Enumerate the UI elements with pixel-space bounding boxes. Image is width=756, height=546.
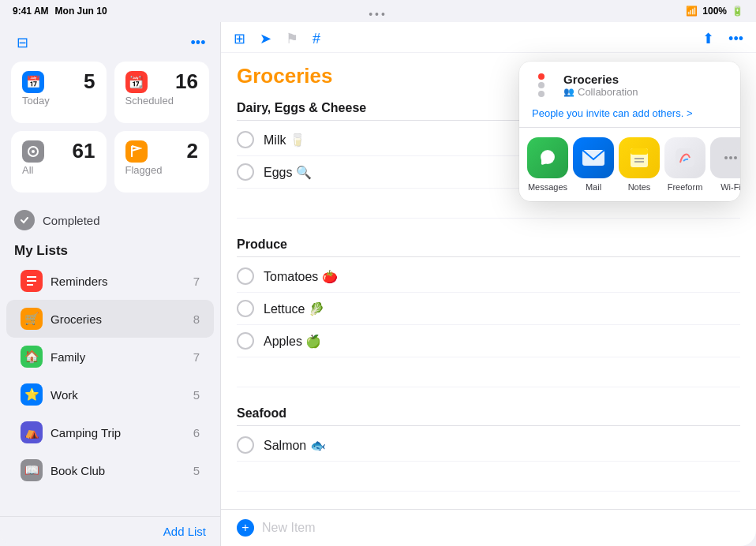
- main-toolbar: ⊞ ➤ ⚑ # ⬆ •••: [221, 22, 756, 53]
- eggs-label: Eggs 🔍: [264, 165, 312, 180]
- share-more[interactable]: Wi-Fi: [710, 137, 740, 192]
- sidebar-item-camping[interactable]: ⛺ Camping Trip 6: [6, 413, 214, 451]
- freeform-share-icon: [664, 137, 705, 178]
- today-icon: 📅: [22, 71, 44, 93]
- notes-share-icon: [619, 137, 660, 178]
- reminders-icon: [21, 270, 43, 292]
- svg-point-1: [32, 150, 35, 153]
- toolbar-grid-icon[interactable]: ⊞: [234, 30, 245, 47]
- top-dots-indicator: •••: [369, 8, 387, 21]
- toolbar-navigate-icon[interactable]: ➤: [260, 30, 271, 47]
- toolbar-flag-icon[interactable]: ⚑: [286, 30, 298, 47]
- section-bakery: Bakery ⌄ Croissants 🥐: [237, 503, 740, 509]
- popup-dot-red: [538, 73, 545, 80]
- share-messages[interactable]: Messages: [527, 137, 568, 192]
- sidebar-top-bar: ⊟ •••: [0, 28, 220, 62]
- milk-checkbox[interactable]: [237, 131, 254, 148]
- status-left: 9:41 AM Mon Jun 10: [13, 6, 107, 17]
- new-item-label: New Item: [262, 521, 316, 535]
- mail-share-label: Mail: [586, 182, 601, 192]
- camping-label: Camping Trip: [51, 426, 185, 439]
- flagged-count: 2: [187, 140, 198, 161]
- work-icon: ⭐: [21, 383, 43, 406]
- seafood-header: Seafood: [237, 398, 740, 426]
- completed-item[interactable]: Completed: [0, 202, 220, 238]
- popup-header: Groceries 👥 Collaboration: [519, 62, 740, 106]
- svg-point-14: [724, 156, 728, 159]
- new-item-plus-button[interactable]: +: [237, 519, 254, 537]
- groceries-icon: 🛒: [21, 308, 43, 330]
- smart-card-all[interactable]: 61 All: [11, 131, 107, 193]
- work-count: 5: [193, 388, 200, 402]
- popup-header-text: Groceries 👥 Collaboration: [563, 73, 638, 98]
- bakery-header-row: Bakery ⌄: [237, 503, 740, 509]
- reminders-label: Reminders: [51, 275, 185, 288]
- sidebar-toggle-button[interactable]: ⊟: [11, 32, 33, 54]
- toolbar-share-icon[interactable]: ⬆: [702, 30, 714, 47]
- sidebar-item-groceries[interactable]: 🛒 Groceries 8: [6, 300, 214, 338]
- smart-card-scheduled[interactable]: 📆 16 Scheduled: [114, 62, 210, 123]
- all-icon: [22, 140, 44, 163]
- all-label: All: [22, 164, 95, 176]
- smart-card-today[interactable]: 📅 5 Today: [11, 62, 107, 123]
- card-header-today: 📅 5: [22, 71, 95, 93]
- eggs-checkbox[interactable]: [237, 163, 254, 181]
- completed-circle-icon: [14, 210, 35, 230]
- family-count: 7: [193, 350, 200, 364]
- sidebar-item-reminders[interactable]: Reminders 7: [6, 262, 214, 300]
- apples-checkbox[interactable]: [237, 332, 254, 350]
- sidebar-more-button[interactable]: •••: [187, 32, 209, 54]
- todo-tomatoes: Tomatoes 🍅: [237, 260, 740, 293]
- lettuce-label: Lettuce 🥬: [264, 301, 324, 316]
- card-header-scheduled: 📆 16: [125, 71, 199, 93]
- smart-lists-grid: 📅 5 Today 📆 16 Scheduled: [0, 62, 220, 202]
- sidebar-item-bookclub[interactable]: 📖 Book Club 5: [6, 451, 214, 489]
- notes-share-label: Notes: [628, 182, 651, 192]
- app-container: ⊟ ••• 📅 5 Today 📆 16 Scheduled: [0, 22, 756, 546]
- battery-icon: 🔋: [732, 6, 743, 17]
- lettuce-checkbox[interactable]: [237, 300, 254, 317]
- produce-empty-row: [237, 357, 740, 387]
- svg-rect-9: [631, 148, 648, 155]
- seafood-empty-row: [237, 462, 740, 492]
- salmon-checkbox[interactable]: [237, 436, 254, 454]
- messages-share-icon: [527, 137, 568, 178]
- list-items-container: Reminders 7 🛒 Groceries 8 🏠 Family 7 ⭐ W…: [0, 262, 220, 516]
- flagged-icon: [125, 140, 148, 163]
- flagged-label: Flagged: [125, 164, 199, 176]
- battery-label: 100%: [702, 6, 727, 17]
- tomatoes-label: Tomatoes 🍅: [264, 269, 338, 284]
- invite-arrow-icon: >: [687, 107, 693, 119]
- svg-point-15: [729, 156, 732, 159]
- popup-dot-gray2: [538, 91, 545, 97]
- toolbar-more-icon[interactable]: •••: [728, 31, 743, 47]
- milk-label: Milk 🥛: [264, 133, 305, 148]
- share-notes[interactable]: Notes: [619, 137, 660, 192]
- section-seafood: Seafood Salmon 🐟: [237, 398, 740, 492]
- apples-label: Apples 🍏: [264, 334, 321, 349]
- toolbar-hash-icon[interactable]: #: [313, 31, 320, 47]
- camping-icon: ⛺: [21, 421, 43, 443]
- bookclub-count: 5: [193, 464, 200, 477]
- card-header-all: 61: [22, 140, 95, 163]
- groceries-count: 8: [193, 312, 200, 326]
- sidebar-item-family[interactable]: 🏠 Family 7: [6, 338, 214, 376]
- today-count: 5: [84, 71, 95, 92]
- toolbar-right-icons: ⬆ •••: [702, 30, 743, 47]
- tomatoes-checkbox[interactable]: [237, 267, 254, 285]
- groceries-label: Groceries: [51, 312, 185, 326]
- smart-card-flagged[interactable]: 2 Flagged: [114, 131, 210, 193]
- share-mail[interactable]: Mail: [573, 137, 614, 192]
- scheduled-icon: 📆: [125, 71, 148, 93]
- status-time: 9:41 AM: [13, 6, 49, 17]
- share-freeform[interactable]: Freeform: [664, 137, 705, 192]
- wifi-icon: 📶: [686, 6, 698, 17]
- todo-lettuce: Lettuce 🥬: [237, 293, 740, 325]
- todo-apples: Apples 🍏: [237, 325, 740, 357]
- sidebar-item-work[interactable]: ⭐ Work 5: [6, 376, 214, 413]
- more-share-label: Wi-Fi: [720, 182, 740, 192]
- popup-invite-text[interactable]: People you invite can add others. >: [519, 106, 740, 128]
- add-list-button[interactable]: Add List: [0, 516, 220, 546]
- svg-point-16: [734, 156, 737, 159]
- family-label: Family: [51, 350, 185, 364]
